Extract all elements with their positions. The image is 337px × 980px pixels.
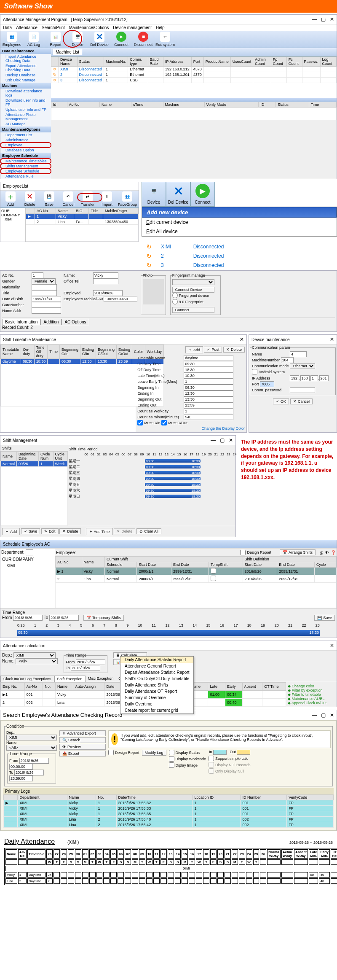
log-row[interactable]: XIMILina22016/9/26 17:56:401002FP [4, 817, 334, 822]
zoom-del-device[interactable]: ✕Del Device [166, 182, 190, 207]
tb-employees[interactable]: 👥Employees [2, 32, 21, 47]
side-dl-user[interactable]: Download user info and FP [0, 98, 51, 107]
must-cout-check[interactable] [161, 420, 167, 425]
port-field[interactable] [260, 381, 274, 387]
connect-button[interactable]: Connect [172, 307, 214, 313]
tempshift-check[interactable] [211, 576, 216, 581]
tt-name-field[interactable] [184, 355, 233, 361]
android-check[interactable] [252, 369, 257, 374]
side-grp-emp-sched[interactable]: Employee Schedule [0, 153, 51, 159]
fp-90-radio[interactable] [172, 299, 178, 304]
rpt-daily-shifts[interactable]: Daily Attendance Shifts [120, 682, 193, 688]
tb-connect[interactable]: ▶Connect [112, 32, 131, 47]
search-name-select[interactable]: <All> [6, 745, 57, 751]
append-clock-link[interactable]: ◆ Append Clock In/Out [288, 701, 335, 705]
calc-to-field[interactable] [71, 665, 100, 671]
mini-dev-row[interactable]: ↻3Disconnected [142, 261, 228, 269]
max-icon[interactable]: ▢ [321, 712, 326, 718]
log-row[interactable]: XIMILina22016/9/26 17:56:421002FP [4, 822, 334, 828]
tb-exit[interactable]: ↩Exit system [155, 32, 175, 47]
emp-row[interactable]: 2LinaFa...13023594450 [26, 219, 139, 225]
advanced-export-button[interactable]: ⬇ Advanced Export [59, 730, 106, 736]
tt-post-button[interactable]: ✓ Post [204, 347, 222, 353]
tb-save-emp[interactable]: 💾Save [41, 191, 58, 207]
sm-edit-button[interactable]: ✎ Edit [41, 528, 59, 534]
off-duty-field[interactable] [184, 367, 233, 373]
modify-log-button[interactable]: Modify Log [142, 750, 166, 756]
tree-sub[interactable]: XIMI [0, 563, 55, 569]
side-ul-user[interactable]: Upload user info and FP [0, 107, 51, 112]
export-button[interactable]: 📤 Export [59, 751, 106, 757]
sm-save-button[interactable]: ✓ Save [21, 528, 40, 534]
design-report-check[interactable] [240, 550, 246, 555]
side-import-data[interactable]: Import Attendance Checking Data [0, 54, 51, 63]
sm-add-time-button[interactable]: ＋ Add Time [86, 528, 113, 535]
tb-ac-log[interactable]: 📄AC Log [24, 32, 43, 47]
search-to-time[interactable] [9, 775, 33, 781]
tb-del-emp[interactable]: ✕Delete [21, 191, 38, 207]
change-color-link[interactable]: ◆ Change color [288, 684, 335, 688]
side-grp-data-maint[interactable]: Data Maintenance [0, 48, 51, 54]
rpt-current-grid[interactable]: Create report for current grid [120, 707, 193, 713]
menu-edit-all[interactable]: Edit All device [142, 227, 337, 236]
on-duty-field[interactable] [184, 361, 233, 367]
comm-pw-field[interactable] [290, 387, 315, 393]
rpt-daily-overtime[interactable]: Daily Overtime [120, 701, 193, 707]
menu-data[interactable]: Data [3, 25, 12, 30]
menu-add-new-device[interactable]: AAdd new devicedd new device [142, 207, 337, 218]
shift-row[interactable]: Normal09/261Week [1, 461, 68, 467]
help-icon[interactable]: ❓ [331, 550, 336, 555]
must-cin-check[interactable] [137, 420, 143, 425]
emp-name-field[interactable] [93, 272, 118, 278]
tt-add-button[interactable]: ＋ Add [185, 346, 203, 353]
leave-early-field[interactable] [184, 379, 233, 385]
rpt-staff-duty-tt[interactable]: Staff's On-Duty/Off-Duty Timetable [120, 676, 193, 682]
col-comm-type[interactable]: Comm. type [128, 57, 148, 67]
col-ip[interactable]: IP Address [163, 57, 192, 67]
device-row[interactable]: ↻2Disconnected1Ethernet192.168.1.2014370 [51, 72, 337, 78]
machine-number-field[interactable] [281, 357, 294, 363]
arrange-shifts-button[interactable]: 📅 Arrange Shifts [280, 549, 316, 555]
title-field[interactable] [32, 290, 57, 296]
zoom-connect[interactable]: ▶Connect [190, 182, 215, 207]
end-out-field[interactable] [184, 402, 233, 408]
ip2-field[interactable] [300, 375, 310, 381]
begin-in-field[interactable] [184, 385, 233, 390]
tt-delete-button[interactable]: ✕ Delete [223, 347, 245, 353]
from-date-field[interactable] [13, 615, 43, 621]
minimize-icon[interactable]: — [312, 16, 317, 22]
late-time-field[interactable] [184, 373, 233, 379]
menu-edit-current[interactable]: Edit current device [142, 218, 337, 227]
tb-report[interactable]: 📊Report [46, 32, 65, 47]
rpt-depart-stat[interactable]: Depart Attendance Statistic Report [120, 669, 193, 676]
dep-select[interactable]: XIMI [13, 652, 56, 658]
log-row[interactable]: XIMIVicky12016/9/26 17:56:351001FP [4, 811, 334, 817]
tb-disconnect[interactable]: ⏹Disconnect [134, 32, 153, 47]
menu-maintenance[interactable]: Maintenance/Options [69, 25, 109, 30]
tab-addition[interactable]: Addition [40, 319, 62, 325]
tab-clock-exc[interactable]: Clock In/Out Log Exceptions [0, 676, 54, 682]
side-maint-timetables[interactable]: Maintenance Timetables [0, 159, 51, 164]
menu-attendance[interactable]: Attendance [16, 25, 37, 30]
connect-device-button[interactable]: Connect Device [172, 287, 214, 293]
tb-transfer-emp[interactable]: ⇄Transfer [79, 191, 96, 207]
dev-name-field[interactable] [290, 351, 307, 357]
rpt-daily-ot[interactable]: Daily Attendance OT Report [120, 688, 193, 695]
change-color-link[interactable]: Change the Display Color [201, 426, 245, 431]
search-to-date[interactable] [14, 770, 44, 775]
preview-button[interactable]: 👁 Preview [59, 744, 106, 750]
tempshift-check[interactable] [211, 568, 216, 573]
tb-add-emp[interactable]: ＋Add [2, 191, 19, 207]
tb-cancel-emp[interactable]: ↶Cancel [60, 191, 77, 207]
tab-shift-exc[interactable]: Shift Exception [54, 676, 86, 682]
count-minute-field[interactable] [184, 414, 233, 420]
min-icon[interactable]: — [211, 437, 216, 443]
null-records-check[interactable] [209, 762, 214, 767]
dob-field[interactable] [32, 296, 61, 302]
mini-dev-row[interactable]: ↻XIMIDisconnected [142, 242, 228, 251]
acno-field[interactable] [32, 272, 43, 278]
log-row[interactable]: XIMIVicky12016/9/26 17:56:331001FP [4, 806, 334, 811]
side-grp-machine[interactable]: Machine [0, 83, 51, 89]
menu-help[interactable]: Help [156, 25, 165, 30]
sm-del-time-button[interactable]: ✕ Delete [114, 528, 135, 534]
